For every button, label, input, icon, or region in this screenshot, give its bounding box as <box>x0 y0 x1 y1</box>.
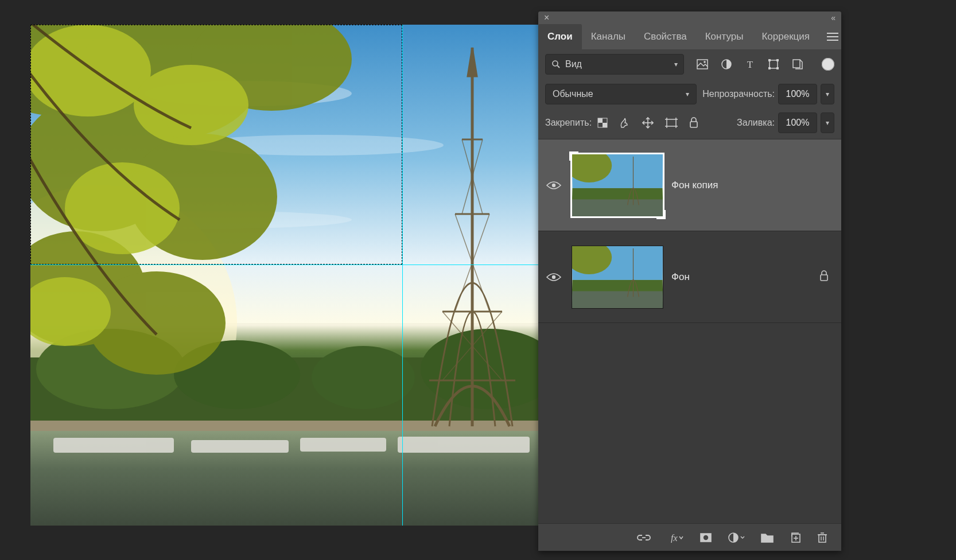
svg-rect-47 <box>667 119 676 126</box>
svg-point-22 <box>88 271 226 375</box>
visibility-toggle[interactable] <box>538 180 569 190</box>
tab-adjustments[interactable]: Коррекция <box>752 24 819 49</box>
svg-rect-37 <box>768 59 771 61</box>
lock-image-icon[interactable] <box>619 117 631 129</box>
tab-layers[interactable]: Слои <box>538 24 582 49</box>
svg-rect-39 <box>768 67 771 69</box>
new-group-icon[interactable] <box>761 532 774 543</box>
lock-all-icon[interactable] <box>689 117 698 129</box>
filter-type-icon[interactable]: T <box>745 59 755 69</box>
guide-horizontal[interactable] <box>30 265 538 265</box>
collapse-icon[interactable]: « <box>831 13 835 22</box>
fill-group: Заливка: 100% ▾ <box>737 112 834 133</box>
panel-footer: fx <box>538 523 841 551</box>
blend-mode-select[interactable]: Обычные ▾ <box>545 84 697 104</box>
eye-icon <box>546 180 561 190</box>
svg-line-31 <box>557 65 559 68</box>
lock-position-icon[interactable] <box>642 117 654 129</box>
opacity-label: Непрозрачность: <box>702 89 775 99</box>
filter-icons: T <box>697 59 803 70</box>
lock-transparency-icon[interactable] <box>597 118 608 128</box>
svg-rect-43 <box>598 118 603 123</box>
blend-mode-value: Обычные <box>553 89 593 99</box>
panel-titlebar: × « <box>538 11 841 24</box>
layer-lock-icon[interactable] <box>819 270 841 284</box>
svg-point-8 <box>312 346 415 409</box>
layer-name[interactable]: Фон <box>671 271 819 283</box>
tab-paths[interactable]: Контуры <box>696 24 753 49</box>
layers-panel: × « Слои Каналы Свойства Контуры Коррекц… <box>538 11 841 551</box>
lock-artboard-icon[interactable] <box>665 118 678 128</box>
layer-row[interactable]: Фон <box>538 231 841 323</box>
svg-point-57 <box>552 183 555 186</box>
layer-kind-label: Вид <box>565 59 582 69</box>
lock-label: Закрепить: <box>545 118 592 128</box>
svg-point-30 <box>553 61 558 66</box>
panel-body: Вид ▾ T Обычные ▾ Непрозрачность: 100% <box>538 49 841 551</box>
canvas-image <box>30 25 538 526</box>
panel-menu-icon[interactable] <box>819 33 846 41</box>
search-icon <box>551 60 561 69</box>
filter-shape-icon[interactable] <box>768 59 779 70</box>
eye-icon <box>546 272 561 282</box>
fill-input[interactable]: 100% <box>778 112 817 133</box>
svg-point-70 <box>704 535 708 539</box>
svg-rect-64 <box>572 279 662 291</box>
opacity-dropdown[interactable]: ▾ <box>821 84 834 104</box>
guide-vertical[interactable] <box>402 25 403 526</box>
filter-adjust-icon[interactable] <box>721 59 732 70</box>
svg-rect-13 <box>191 440 289 453</box>
new-adjustment-icon[interactable] <box>728 532 745 543</box>
lock-icons <box>597 117 698 129</box>
document-canvas[interactable] <box>30 25 538 526</box>
link-layers-icon[interactable] <box>637 534 651 542</box>
svg-rect-67 <box>821 275 827 281</box>
svg-text:fx: fx <box>671 533 678 543</box>
tab-properties[interactable]: Свойства <box>635 24 696 49</box>
layer-mask-icon[interactable] <box>700 533 712 542</box>
opacity-input[interactable]: 100% <box>778 84 817 104</box>
svg-rect-15 <box>398 437 530 453</box>
filter-smart-icon[interactable] <box>792 59 803 70</box>
chevron-down-icon: ▾ <box>686 90 689 98</box>
opacity-group: Непрозрачность: 100% ▾ <box>702 84 834 104</box>
svg-rect-38 <box>776 59 779 61</box>
svg-rect-56 <box>690 122 697 127</box>
layer-thumbnail[interactable] <box>572 154 663 217</box>
svg-rect-75 <box>819 535 826 542</box>
svg-point-62 <box>552 275 555 278</box>
layer-thumbnail[interactable] <box>572 246 663 309</box>
lock-row: Закрепить: Заливка: 100% ▾ <box>538 109 841 139</box>
svg-rect-40 <box>776 67 779 69</box>
layer-style-icon[interactable]: fx <box>667 532 684 543</box>
svg-rect-65 <box>572 291 662 308</box>
layer-name[interactable]: Фон копия <box>671 180 841 191</box>
layer-row[interactable]: Фон копия <box>538 139 841 231</box>
filter-row: Вид ▾ T <box>538 49 841 79</box>
chevron-down-icon: ▾ <box>674 60 678 68</box>
filter-pixel-icon[interactable] <box>697 59 708 69</box>
fill-dropdown[interactable]: ▾ <box>821 112 834 133</box>
svg-rect-59 <box>572 188 662 199</box>
svg-rect-60 <box>572 199 662 216</box>
svg-rect-12 <box>53 438 174 453</box>
svg-point-33 <box>704 61 706 63</box>
close-icon[interactable]: × <box>544 13 549 23</box>
new-layer-icon[interactable] <box>790 532 801 543</box>
visibility-toggle[interactable] <box>538 272 569 282</box>
svg-point-24 <box>134 65 248 145</box>
layer-list: Фон копия Фон <box>538 139 841 523</box>
svg-rect-36 <box>770 60 778 68</box>
filter-toggle[interactable] <box>822 58 834 71</box>
fill-label: Заливка: <box>737 118 775 128</box>
blend-row: Обычные ▾ Непрозрачность: 100% ▾ <box>538 79 841 109</box>
svg-rect-10 <box>30 421 538 431</box>
svg-rect-44 <box>603 123 607 127</box>
svg-rect-14 <box>300 438 386 452</box>
layer-kind-select[interactable]: Вид ▾ <box>545 54 684 75</box>
svg-text:T: T <box>747 59 753 69</box>
svg-rect-41 <box>793 60 800 68</box>
tab-channels[interactable]: Каналы <box>582 24 635 49</box>
panel-tabs: Слои Каналы Свойства Контуры Коррекция <box>538 24 841 49</box>
delete-layer-icon[interactable] <box>817 532 827 543</box>
